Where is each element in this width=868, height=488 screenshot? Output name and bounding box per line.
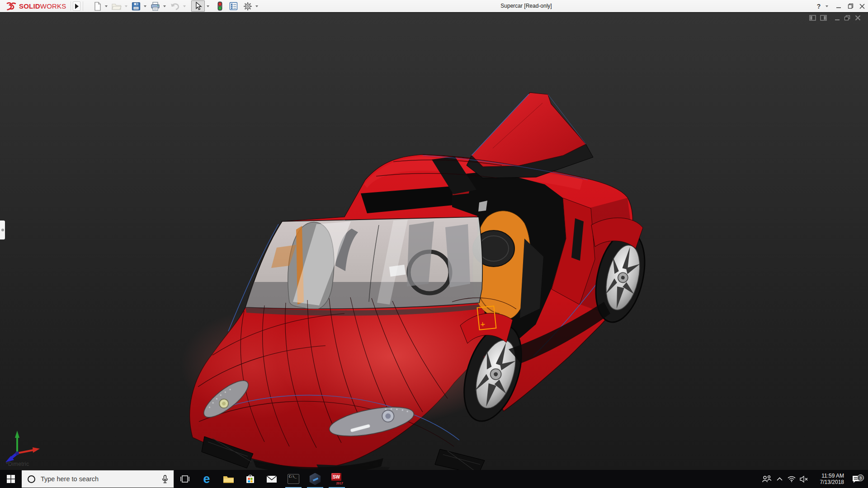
task-view-button[interactable] bbox=[174, 470, 196, 488]
microphone-icon[interactable] bbox=[162, 475, 168, 483]
file-properties-icon bbox=[229, 2, 238, 10]
people-icon bbox=[762, 475, 772, 483]
edrawings-button[interactable] bbox=[304, 470, 326, 488]
file-explorer-button[interactable] bbox=[217, 470, 239, 488]
print-dropdown[interactable] bbox=[163, 5, 166, 7]
titlebar: SOLIDWORKS bbox=[0, 0, 868, 12]
chevron-up-icon bbox=[777, 477, 783, 481]
store-icon bbox=[245, 474, 255, 484]
file-explorer-icon bbox=[223, 475, 234, 483]
tab-grip-icon bbox=[1, 229, 4, 231]
tray-overflow-button[interactable] bbox=[774, 477, 785, 481]
taskbar-icons: e C:\_ bbox=[174, 470, 348, 488]
mail-icon bbox=[266, 475, 277, 483]
edrawings-icon bbox=[309, 473, 321, 485]
clock[interactable]: 11:59 AM 7/13/2018 bbox=[814, 473, 844, 485]
restore-button[interactable] bbox=[844, 0, 856, 12]
store-button[interactable] bbox=[239, 470, 261, 488]
save-floppy-icon bbox=[132, 2, 141, 11]
divider bbox=[71, 1, 71, 11]
brand-solid: SOLID bbox=[19, 2, 40, 10]
new-document-icon bbox=[94, 2, 102, 11]
save-dropdown[interactable] bbox=[144, 5, 146, 7]
sw-year-label: 2017 bbox=[335, 482, 344, 485]
doc-close-icon[interactable] bbox=[855, 15, 861, 21]
options-button[interactable] bbox=[242, 0, 254, 12]
mail-button[interactable] bbox=[261, 470, 283, 488]
close-icon bbox=[859, 4, 865, 9]
options-gear-icon bbox=[243, 2, 252, 11]
solidworks-icon: SW 2017 bbox=[331, 473, 343, 485]
file-properties-button[interactable] bbox=[228, 0, 239, 12]
pane-right-icon[interactable] bbox=[820, 15, 827, 21]
help-button[interactable]: ? bbox=[813, 0, 825, 12]
windshield[interactable] bbox=[245, 217, 485, 316]
help-dropdown[interactable] bbox=[826, 5, 828, 7]
open-document-dropdown[interactable] bbox=[125, 5, 127, 7]
cortana-icon bbox=[28, 475, 35, 483]
wifi-icon bbox=[788, 476, 796, 482]
tray-date: 7/13/2018 bbox=[814, 479, 844, 485]
new-document-button[interactable] bbox=[92, 0, 103, 12]
flyout-arrow-icon bbox=[75, 4, 79, 9]
doc-restore-icon[interactable] bbox=[844, 15, 851, 21]
fender-highlight bbox=[181, 311, 326, 419]
graphics-viewport[interactable]: *Dimetric bbox=[0, 13, 868, 470]
doc-minimize-icon[interactable] bbox=[835, 15, 840, 21]
save-button[interactable] bbox=[130, 0, 142, 12]
tray-time: 11:59 AM bbox=[814, 473, 844, 479]
new-document-dropdown[interactable] bbox=[105, 5, 108, 7]
open-folder-icon bbox=[112, 2, 122, 10]
select-tool-dropdown[interactable] bbox=[207, 5, 209, 7]
view-orientation-label: *Dimetric bbox=[6, 461, 29, 467]
help-icon: ? bbox=[817, 3, 821, 10]
open-document-button[interactable] bbox=[110, 0, 123, 12]
print-button[interactable] bbox=[149, 0, 161, 12]
search-input[interactable] bbox=[41, 475, 156, 483]
people-button[interactable] bbox=[760, 475, 774, 483]
grille-right bbox=[435, 449, 485, 470]
window-title: Supercar [Read-only] bbox=[500, 3, 552, 9]
car-model[interactable] bbox=[0, 13, 868, 470]
pane-left-icon[interactable] bbox=[809, 15, 816, 21]
divider bbox=[83, 1, 83, 11]
menu-flyout-button[interactable] bbox=[73, 1, 80, 11]
undo-arrow-icon bbox=[170, 2, 180, 10]
volume-button[interactable] bbox=[797, 476, 811, 483]
solidworks-logo: SOLIDWORKS bbox=[4, 1, 66, 11]
sw-cube-icon: SW bbox=[331, 473, 341, 481]
system-tray: 11:59 AM 7/13/2018 3 bbox=[760, 470, 868, 488]
quick-access-toolbar bbox=[92, 0, 261, 12]
rebuild-traffic-light-icon bbox=[217, 1, 223, 11]
close-button[interactable] bbox=[856, 0, 868, 12]
document-window-controls bbox=[809, 15, 861, 21]
taskbar-search[interactable] bbox=[22, 470, 174, 488]
edge-icon: e bbox=[203, 473, 210, 485]
start-button[interactable] bbox=[0, 470, 22, 488]
restore-icon bbox=[848, 3, 854, 9]
brand-wordmark: SOLIDWORKS bbox=[19, 2, 66, 10]
rebuild-button[interactable] bbox=[216, 0, 224, 12]
solidworks-2017-button[interactable]: SW 2017 bbox=[326, 470, 348, 488]
select-cursor-icon bbox=[194, 2, 202, 10]
command-prompt-button[interactable]: C:\_ bbox=[283, 470, 304, 488]
network-button[interactable] bbox=[785, 476, 797, 482]
ds-logo-icon bbox=[4, 1, 17, 11]
action-center-button[interactable]: 3 bbox=[847, 475, 866, 483]
undo-button[interactable] bbox=[169, 0, 181, 12]
edge-button[interactable]: e bbox=[196, 470, 217, 488]
notification-badge: 3 bbox=[857, 474, 864, 481]
undo-dropdown[interactable] bbox=[183, 5, 186, 7]
options-dropdown[interactable] bbox=[255, 5, 258, 7]
select-tool-button[interactable] bbox=[191, 0, 205, 12]
windows-taskbar: e C:\_ bbox=[0, 470, 868, 488]
feature-manager-collapsed-tab[interactable] bbox=[0, 221, 5, 239]
print-icon bbox=[151, 2, 160, 11]
speaker-mute-icon bbox=[800, 476, 808, 483]
command-prompt-icon: C:\_ bbox=[288, 474, 299, 484]
reference-triad bbox=[0, 417, 50, 462]
task-view-icon bbox=[180, 475, 190, 483]
windows-logo-icon bbox=[7, 475, 15, 483]
brand-works: WORKS bbox=[40, 2, 66, 10]
minimize-button[interactable] bbox=[833, 0, 844, 12]
